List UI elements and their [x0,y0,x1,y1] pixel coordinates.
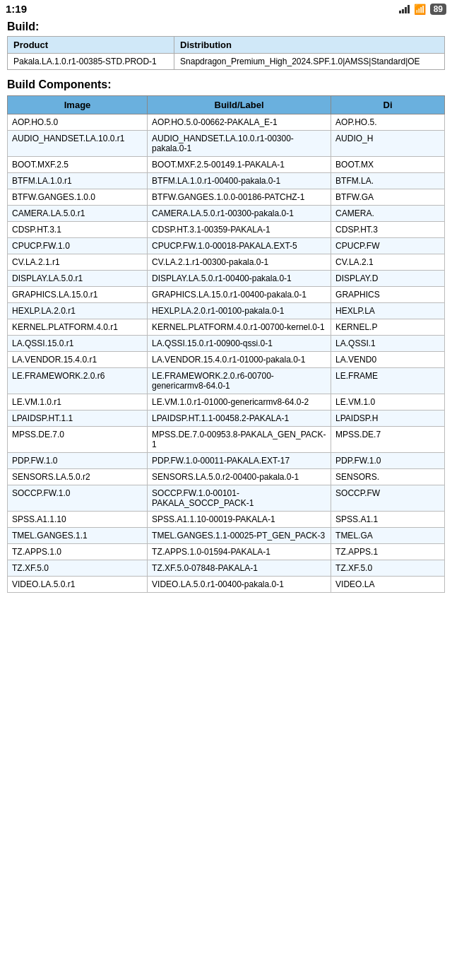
di-cell: AOP.HO.5. [331,114,445,131]
build-label-cell: SENSORS.LA.5.0.r2-00400-pakala.0-1 [148,469,331,485]
table-row: TMEL.GANGES.1.1TMEL.GANGES.1.1-00025-PT_… [8,528,445,544]
di-cell: TZ.XF.5.0 [331,560,445,577]
image-cell: LPAIDSP.HT.1.1 [8,411,148,427]
table-row: SENSORS.LA.5.0.r2SENSORS.LA.5.0.r2-00400… [8,469,445,485]
di-cell: BTFM.LA. [331,173,445,189]
di-cell: MPSS.DE.7 [331,427,445,453]
table-row: GRAPHICS.LA.15.0.r1GRAPHICS.LA.15.0.r1-0… [8,287,445,303]
image-cell: SPSS.A1.1.10 [8,512,148,528]
battery-badge: 89 [430,4,446,15]
signal-icon [399,5,410,13]
table-row: LPAIDSP.HT.1.1LPAIDSP.HT.1.1-00458.2-PAK… [8,411,445,427]
image-cell: HEXLP.LA.2.0.r1 [8,303,148,319]
di-cell: AUDIO_H [331,131,445,157]
di-cell: CDSP.HT.3 [331,222,445,238]
di-cell: GRAPHICS [331,287,445,303]
build-label-cell: LE.VM.1.0.r1-01000-genericarmv8-64.0-2 [148,394,331,411]
table-row: KERNEL.PLATFORM.4.0.r1KERNEL.PLATFORM.4.… [8,319,445,336]
build-label-cell: VIDEO.LA.5.0.r1-00400-pakala.0-1 [148,577,331,593]
di-cell: LA.VEND0 [331,352,445,368]
di-cell: HEXLP.LA [331,303,445,319]
image-cell: BTFM.LA.1.0.r1 [8,173,148,189]
di-cell: CV.LA.2.1 [331,254,445,271]
product-table: Product Distribution Pakala.LA.1.0.r1-00… [7,36,445,70]
image-cell: TZ.APPS.1.0 [8,544,148,560]
col-build-header: Build/Label [148,96,331,114]
image-cell: KERNEL.PLATFORM.4.0.r1 [8,319,148,336]
build-label-cell: CPUCP.FW.1.0-00018-PAKALA.EXT-5 [148,238,331,254]
table-row: BTFM.LA.1.0.r1BTFM.LA.1.0.r1-00400-pakal… [8,173,445,189]
build-label-cell: KERNEL.PLATFORM.4.0.r1-00700-kernel.0-1 [148,319,331,336]
build-label-cell: PDP.FW.1.0-00011-PAKALA.EXT-17 [148,453,331,469]
build-label-cell: MPSS.DE.7.0-00953.8-PAKALA_GEN_PACK-1 [148,427,331,453]
build-label-cell: GRAPHICS.LA.15.0.r1-00400-pakala.0-1 [148,287,331,303]
build-label-cell: LE.FRAMEWORK.2.0.r6-00700-genericarmv8-6… [148,368,331,394]
product-cell: Pakala.LA.1.0.r1-00385-STD.PROD-1 [8,54,174,70]
components-table-wrapper: Image Build/Label Di AOP.HO.5.0AOP.HO.5.… [0,95,452,593]
distribution-cell: Snapdragon_Premium_High_2024.SPF.1.0|AMS… [174,54,445,70]
table-row: BTFW.GANGES.1.0.0BTFW.GANGES.1.0.0-00186… [8,189,445,206]
image-cell: CPUCP.FW.1.0 [8,238,148,254]
image-cell: CAMERA.LA.5.0.r1 [8,206,148,222]
image-cell: CDSP.HT.3.1 [8,222,148,238]
image-cell: AUDIO_HANDSET.LA.10.0.r1 [8,131,148,157]
build-components-title: Build Components: [0,76,452,95]
build-label-cell: SOCCP.FW.1.0-00101-PAKALA_SOCCP_PACK-1 [148,485,331,512]
build-label-cell: AOP.HO.5.0-00662-PAKALA_E-1 [148,114,331,131]
build-label-cell: CDSP.HT.3.1-00359-PAKALA-1 [148,222,331,238]
build-label-cell: CV.LA.2.1.r1-00300-pakala.0-1 [148,254,331,271]
table-row: LA.VENDOR.15.4.0.r1LA.VENDOR.15.4.0.r1-0… [8,352,445,368]
di-cell: TMEL.GA [331,528,445,544]
image-cell: SENSORS.LA.5.0.r2 [8,469,148,485]
image-cell: LE.VM.1.0.r1 [8,394,148,411]
table-row: DISPLAY.LA.5.0.r1DISPLAY.LA.5.0.r1-00400… [8,271,445,287]
image-cell: LA.QSSI.15.0.r1 [8,336,148,352]
status-bar: 1:19 📶 89 [0,0,452,18]
col-image-header: Image [8,96,148,114]
col-di-header: Di [331,96,445,114]
di-cell: SOCCP.FW [331,485,445,512]
status-left: 1:19 [6,3,27,15]
distribution-header: Distribution [174,37,445,54]
table-row: CV.LA.2.1.r1CV.LA.2.1.r1-00300-pakala.0-… [8,254,445,271]
image-cell: BOOT.MXF.2.5 [8,157,148,173]
build-label-cell: CAMERA.LA.5.0.r1-00300-pakala.0-1 [148,206,331,222]
image-cell: TZ.XF.5.0 [8,560,148,577]
di-cell: SENSORS. [331,469,445,485]
table-row: CDSP.HT.3.1CDSP.HT.3.1-00359-PAKALA-1CDS… [8,222,445,238]
image-cell: TMEL.GANGES.1.1 [8,528,148,544]
di-cell: SPSS.A1.1 [331,512,445,528]
di-cell: LA.QSSI.1 [331,336,445,352]
table-row: CAMERA.LA.5.0.r1CAMERA.LA.5.0.r1-00300-p… [8,206,445,222]
image-cell: LE.FRAMEWORK.2.0.r6 [8,368,148,394]
build-label-cell: LPAIDSP.HT.1.1-00458.2-PAKALA-1 [148,411,331,427]
table-row: AOP.HO.5.0AOP.HO.5.0-00662-PAKALA_E-1AOP… [8,114,445,131]
image-cell: BTFW.GANGES.1.0.0 [8,189,148,206]
build-label-cell: TMEL.GANGES.1.1-00025-PT_GEN_PACK-3 [148,528,331,544]
signal-bar-4 [408,5,410,13]
table-row: HEXLP.LA.2.0.r1HEXLP.LA.2.0.r1-00100-pak… [8,303,445,319]
image-cell: SOCCP.FW.1.0 [8,485,148,512]
di-cell: LE.FRAME [331,368,445,394]
build-title: Build: [0,18,452,36]
di-cell: TZ.APPS.1 [331,544,445,560]
di-cell: PDP.FW.1.0 [331,453,445,469]
di-cell: BTFW.GA [331,189,445,206]
build-label-cell: BOOT.MXF.2.5-00149.1-PAKALA-1 [148,157,331,173]
table-row: SPSS.A1.1.10SPSS.A1.1.10-00019-PAKALA-1S… [8,512,445,528]
table-row: PDP.FW.1.0PDP.FW.1.0-00011-PAKALA.EXT-17… [8,453,445,469]
image-cell: GRAPHICS.LA.15.0.r1 [8,287,148,303]
di-cell: LE.VM.1.0 [331,394,445,411]
image-cell: AOP.HO.5.0 [8,114,148,131]
image-cell: CV.LA.2.1.r1 [8,254,148,271]
signal-bar-3 [405,7,407,13]
status-right: 📶 89 [399,4,446,15]
build-label-cell: AUDIO_HANDSET.LA.10.0.r1-00300-pakala.0-… [148,131,331,157]
build-label-cell: TZ.APPS.1.0-01594-PAKALA-1 [148,544,331,560]
build-label-cell: LA.VENDOR.15.4.0.r1-01000-pakala.0-1 [148,352,331,368]
di-cell: DISPLAY.D [331,271,445,287]
table-row: MPSS.DE.7.0MPSS.DE.7.0-00953.8-PAKALA_GE… [8,427,445,453]
signal-bar-2 [402,9,404,13]
di-cell: KERNEL.P [331,319,445,336]
build-label-cell: HEXLP.LA.2.0.r1-00100-pakala.0-1 [148,303,331,319]
